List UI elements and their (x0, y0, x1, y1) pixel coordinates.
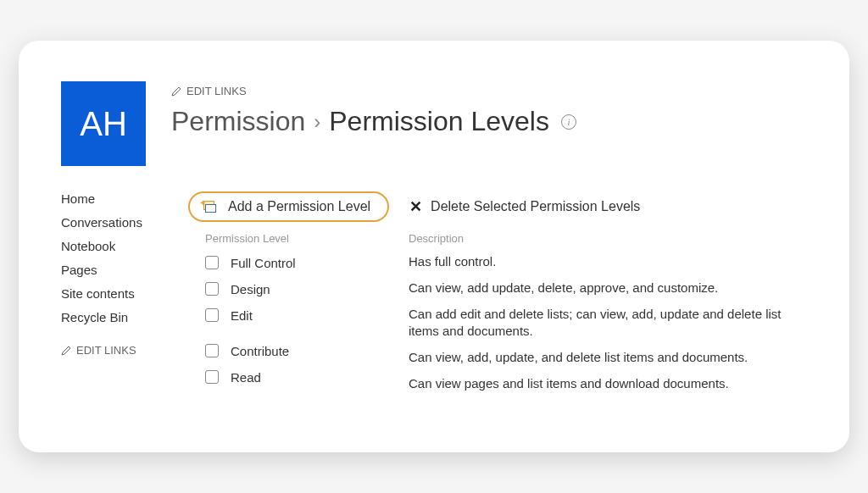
table-row: Contribute (205, 341, 383, 360)
delete-button-label: Delete Selected Permission Levels (431, 199, 640, 214)
row-checkbox[interactable] (205, 370, 219, 384)
site-logo-initials: AH (80, 105, 127, 143)
column-permission-level: Permission Level Full Control Design Edi… (205, 232, 383, 402)
column-description: Description Has full control. Can view, … (409, 232, 807, 402)
permission-name-link[interactable]: Full Control (231, 256, 296, 270)
permission-name-link[interactable]: Design (231, 282, 270, 296)
row-checkbox[interactable] (205, 344, 219, 357)
permissions-page: AH EDIT LINKS Permission › Permission Le… (19, 41, 849, 452)
sidebar-nav: Home Conversations Notebook Pages Site c… (61, 191, 171, 402)
permission-name-link[interactable]: Contribute (231, 344, 289, 358)
breadcrumb-current: Permission Levels (329, 106, 549, 137)
delete-x-icon: ✕ (409, 197, 422, 216)
delete-selected-button[interactable]: ✕ Delete Selected Permission Levels (409, 197, 640, 216)
row-checkbox[interactable] (205, 256, 219, 269)
edit-links-bottom-button[interactable]: EDIT LINKS (61, 344, 171, 357)
info-icon[interactable]: i (561, 114, 576, 130)
breadcrumb-parent[interactable]: Permission (171, 106, 305, 137)
permission-description: Can view, add, update, and delete list i… (409, 349, 807, 368)
edit-links-bottom-label: EDIT LINKS (76, 344, 136, 357)
add-button-label: Add a Permission Level (228, 199, 370, 214)
sidebar-item-notebook[interactable]: Notebook (61, 239, 171, 253)
permission-name-link[interactable]: Edit (231, 308, 253, 323)
sidebar-item-site-contents[interactable]: Site contents (61, 286, 171, 301)
permission-description: Has full control. (409, 253, 807, 272)
sidebar-item-conversations[interactable]: Conversations (61, 215, 171, 230)
permission-name-link[interactable]: Read (231, 370, 261, 385)
edit-links-top-label: EDIT LINKS (186, 85, 247, 97)
header-text-block: EDIT LINKS Permission › Permission Level… (171, 81, 576, 166)
permission-description: Can add edit and delete lists; can view,… (409, 306, 807, 341)
column-header-description: Description (409, 232, 807, 245)
row-checkbox[interactable] (205, 308, 219, 322)
breadcrumb-separator-icon: › (314, 110, 320, 134)
toolbar: ✦ Add a Permission Level ✕ Delete Select… (188, 191, 807, 222)
page-body: Home Conversations Notebook Pages Site c… (61, 191, 807, 402)
sidebar-item-pages[interactable]: Pages (61, 263, 171, 277)
new-document-icon: ✦ (202, 201, 216, 213)
permission-description: Can view, add update, delete, approve, a… (409, 280, 807, 298)
sidebar-item-home[interactable]: Home (61, 191, 171, 206)
row-checkbox[interactable] (205, 282, 219, 296)
page-header: AH EDIT LINKS Permission › Permission Le… (61, 81, 807, 166)
site-logo-tile[interactable]: AH (61, 81, 146, 166)
permission-description: Can view pages and list items and downlo… (409, 375, 807, 394)
column-header-name: Permission Level (205, 232, 383, 245)
pencil-icon (171, 86, 181, 97)
breadcrumb: Permission › Permission Levels i (171, 106, 576, 137)
permissions-table: Permission Level Full Control Design Edi… (205, 232, 807, 402)
edit-links-top-button[interactable]: EDIT LINKS (171, 85, 576, 97)
add-permission-level-button[interactable]: ✦ Add a Permission Level (188, 191, 389, 222)
sidebar-item-recycle-bin[interactable]: Recycle Bin (61, 310, 171, 324)
table-row: Full Control (205, 253, 383, 272)
table-row: Read (205, 368, 383, 386)
table-row: Edit (205, 306, 383, 324)
pencil-icon (61, 346, 71, 356)
table-row: Design (205, 280, 383, 298)
main-content: ✦ Add a Permission Level ✕ Delete Select… (188, 191, 807, 402)
